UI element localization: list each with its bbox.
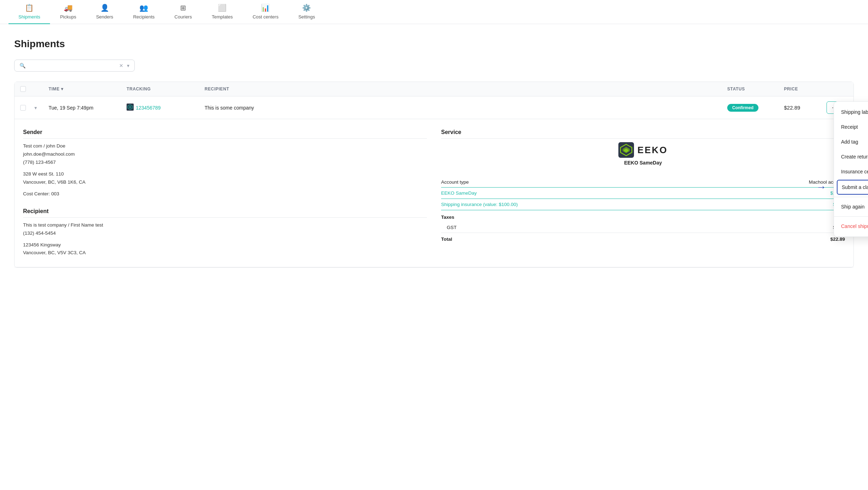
row-actions: ··· Shipping labelReceiptAdd tagCreate r…: [827, 101, 848, 114]
row-expand-icon[interactable]: ▾: [34, 105, 49, 111]
total-label: Total: [441, 233, 716, 245]
table-header: TIME ▾ TRACKING RECIPIENT STATUS PRICE: [15, 82, 853, 96]
nav-item-settings[interactable]: ⚙️Settings: [288, 0, 325, 24]
cost-centers-nav-label: Cost centers: [252, 14, 278, 20]
templates-nav-label: Templates: [212, 14, 233, 20]
search-icon: 🔍: [20, 63, 26, 68]
sender-section: Sender Test com / john Doe john.doe@mach…: [23, 129, 427, 257]
recipients-nav-label: Recipients: [133, 14, 155, 20]
row-tracking: 123456789: [127, 104, 205, 112]
dropdown-label-receipt: Receipt: [841, 124, 858, 130]
service-section: Service EEKO EEKO SameDay: [441, 129, 845, 257]
dropdown-item-insurance-certificate[interactable]: Insurance certificate: [834, 164, 868, 179]
recipient-title: Recipient: [23, 208, 427, 218]
insurance-label: Shipping insurance (value: $100.00): [441, 199, 716, 210]
tracking-link[interactable]: 123456789: [127, 104, 205, 112]
arrow-indicator: →: [816, 182, 826, 193]
sender-cost-center: Cost Center: 003: [23, 190, 427, 198]
row-checkbox[interactable]: [20, 105, 34, 111]
insurance-row: Shipping insurance (value: $100.00) $3.8…: [441, 199, 845, 210]
table-row[interactable]: ▾ Tue, 19 Sep 7:49pm 123456789 This is s…: [15, 96, 853, 119]
settings-nav-icon: ⚙️: [302, 4, 311, 12]
dropdown-label-cancel-shipment: Cancel shipment: [841, 223, 868, 229]
service-logo: EEKO EEKO SameDay: [441, 142, 845, 171]
taxes-label: Taxes: [441, 210, 716, 223]
chevron-down-icon[interactable]: ▾: [127, 63, 129, 68]
templates-nav-icon: ⬜: [218, 4, 227, 12]
dropdown-divider: [834, 197, 868, 197]
price-header: PRICE: [784, 87, 827, 91]
dropdown-item-cancel-shipment[interactable]: Cancel shipment: [834, 219, 868, 234]
nav-item-cost-centers[interactable]: 📊Cost centers: [243, 0, 288, 24]
senders-nav-icon: 👤: [100, 4, 109, 12]
dropdown-label-submit-a-claim: Submit a claim: [842, 184, 868, 190]
shipments-nav-label: Shipments: [18, 14, 40, 20]
sender-title: Sender: [23, 129, 427, 139]
service-table: Account type Machool account EEKO SameDa…: [441, 177, 845, 244]
row-time: Tue, 19 Sep 7:49pm: [49, 105, 127, 111]
taxes-header-row: Taxes: [441, 210, 845, 223]
nav-item-recipients[interactable]: 👥Recipients: [123, 0, 165, 24]
nav-item-senders[interactable]: 👤Senders: [86, 0, 123, 24]
main-nav: 📋Shipments🚚Pickups👤Senders👥Recipients⊞Co…: [0, 0, 868, 24]
shipments-table: TIME ▾ TRACKING RECIPIENT STATUS PRICE ▾…: [14, 82, 854, 268]
nav-item-pickups[interactable]: 🚚Pickups: [50, 0, 86, 24]
row-status: Confirmed: [727, 104, 784, 112]
dropdown-item-ship-again[interactable]: Ship again: [834, 199, 868, 214]
dropdown-item-shipping-label[interactable]: Shipping label: [834, 105, 868, 119]
recipient-header: RECIPIENT: [205, 87, 727, 91]
sender-name: Test com / john Doe: [23, 142, 427, 150]
status-badge: Confirmed: [727, 104, 758, 112]
pickups-nav-icon: 🚚: [64, 4, 73, 12]
page-title: Shipments: [14, 38, 854, 50]
dropdown-label-shipping-label: Shipping label: [841, 109, 868, 115]
settings-nav-label: Settings: [298, 14, 315, 20]
recipient-phone: (132) 454-5454: [23, 229, 427, 238]
gst-row: GST $1.09: [441, 222, 845, 233]
dropdown-label-add-tag: Add tag: [841, 139, 858, 145]
couriers-nav-icon: ⊞: [180, 4, 186, 12]
recipient-name: This is test company / First Name test: [23, 221, 427, 229]
row-price: $22.89: [784, 105, 827, 111]
sender-address-line2: Vancouver, BC, V6B 1K6, CA: [23, 178, 427, 186]
eeko-logo: EEKO: [618, 142, 668, 158]
dropdown-item-create-return-label[interactable]: Create return label: [834, 149, 868, 164]
pickups-nav-label: Pickups: [60, 14, 76, 20]
time-header[interactable]: TIME ▾: [49, 87, 127, 91]
search-input[interactable]: 2023-09-13 - 2023-09-19: [29, 63, 116, 68]
eeko-logo-icon: [618, 142, 634, 158]
gst-label: GST: [441, 222, 716, 233]
account-type-row: Account type Machool account: [441, 177, 845, 188]
nav-item-templates[interactable]: ⬜Templates: [202, 0, 243, 24]
eeko-tracking-icon: [127, 104, 134, 112]
clear-icon[interactable]: ✕: [119, 63, 123, 68]
search-bar: 🔍 2023-09-13 - 2023-09-19 ✕ ▾: [14, 60, 135, 72]
eeko-logo-text: EEKO: [638, 145, 668, 156]
insurance-value: $3.86: [716, 199, 845, 210]
shipment-detail-panel: Sender Test com / john Doe john.doe@mach…: [15, 119, 853, 267]
dropdown-item-submit-a-claim[interactable]: →Submit a claim: [837, 180, 868, 195]
sender-address-line1: 328 W eest St. 110: [23, 170, 427, 178]
sender-email: john.doe@machool.com: [23, 150, 427, 158]
dropdown-item-receipt[interactable]: Receipt: [834, 119, 868, 134]
shipments-nav-icon: 📋: [25, 4, 34, 12]
status-header: STATUS: [727, 87, 784, 91]
service-name: EEKO SameDay: [624, 160, 662, 166]
tracking-header: TRACKING: [127, 87, 205, 91]
sender-phone: (778) 123-4567: [23, 158, 427, 167]
cost-centers-nav-icon: 📊: [261, 4, 270, 12]
recipients-nav-icon: 👥: [139, 4, 148, 12]
recipient-address-line2: Vancouver, BC, V5V 3C3, CA: [23, 249, 427, 257]
eeko-sameday-row: EEKO SameDay $17.94: [441, 188, 845, 199]
nav-item-shipments[interactable]: 📋Shipments: [9, 0, 50, 24]
select-all-checkbox[interactable]: [20, 86, 34, 92]
recipient-address-line1: 123456 Kingsway: [23, 241, 427, 249]
dropdown-menu: Shipping labelReceiptAdd tagCreate retur…: [834, 101, 868, 237]
dropdown-item-add-tag[interactable]: Add tag: [834, 134, 868, 149]
account-type-label: Account type: [441, 177, 716, 188]
dropdown-label-create-return-label: Create return label: [841, 154, 868, 160]
total-value: $22.89: [716, 233, 845, 245]
senders-nav-label: Senders: [96, 14, 113, 20]
couriers-nav-label: Couriers: [174, 14, 192, 20]
nav-item-couriers[interactable]: ⊞Couriers: [165, 0, 202, 24]
